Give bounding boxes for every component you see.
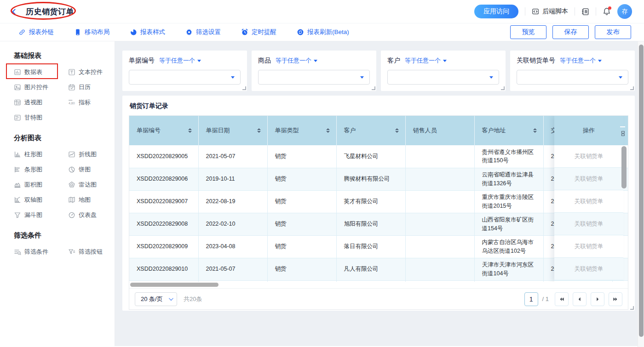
toolbar-item-2[interactable]: 报表样式 xyxy=(130,28,165,36)
page-number-input[interactable]: 1 xyxy=(524,292,538,306)
sidebar-item-label: 甘特图 xyxy=(24,114,42,122)
filter-operator-link[interactable]: 等于任意一个 xyxy=(560,57,602,65)
filter-value-select[interactable] xyxy=(129,70,241,85)
sidebar-item-metric[interactable]: 4,80指标 xyxy=(68,98,112,107)
sidebar-item-dual-axis[interactable]: 双轴图 xyxy=(14,195,68,204)
related-invoice-link[interactable]: 关联销货单 xyxy=(554,168,623,190)
sidebar-item-label: 雷达图 xyxy=(79,181,97,189)
column-header-1[interactable]: 单据日期 xyxy=(198,116,267,145)
related-invoice-link[interactable]: 关联销货单 xyxy=(554,145,623,168)
resize-handle[interactable] xyxy=(372,86,375,90)
table-widget-card[interactable]: 销货订单记录 单据编号单据日期单据类型客户销售人员客户地址交货日期 XSDD20… xyxy=(122,96,635,311)
app-access-button[interactable]: 应用访问 xyxy=(474,5,518,18)
sidebar-item-label: 漏斗图 xyxy=(24,211,42,219)
filter-widget-0[interactable]: 单据编号 等于任意一个 xyxy=(122,51,247,91)
toolbar-item-label: 报表外链 xyxy=(29,28,54,36)
sidebar-item-map[interactable]: 地图 xyxy=(68,195,112,204)
sidebar-item-line-chart[interactable]: 折线图 xyxy=(68,150,112,159)
publish-button[interactable]: 发布 xyxy=(595,25,631,39)
table-vertical-scrollbar[interactable] xyxy=(621,146,627,280)
sidebar-item-label: 筛选条件 xyxy=(24,248,48,256)
table-horizontal-scrollbar[interactable] xyxy=(129,282,628,288)
column-header-5[interactable]: 客户地址 xyxy=(474,116,543,145)
column-header-2[interactable]: 单据类型 xyxy=(267,116,336,145)
mobile-icon xyxy=(74,28,81,36)
filter-value-select[interactable] xyxy=(258,70,370,85)
sidebar-item-text[interactable]: 文本控件 xyxy=(68,68,112,76)
related-invoice-link[interactable]: 关联销货单 xyxy=(554,258,623,280)
sidebar-item-label: 条形图 xyxy=(24,165,42,174)
column-label: 客户地址 xyxy=(482,126,506,135)
sidebar-item-bar-chart[interactable]: 条形图 xyxy=(14,165,68,174)
sidebar-item-gantt[interactable]: 甘特图 xyxy=(14,113,68,122)
sidebar-item-image[interactable]: 图片控件 xyxy=(14,83,68,91)
sidebar-item-filter-button[interactable]: 筛选按钮 xyxy=(68,247,112,256)
filter-operator-link[interactable]: 等于任意一个 xyxy=(159,57,201,65)
table-row: XSDD202208290102021-05-07销货凡人有限公司天津市天津市河… xyxy=(129,258,628,280)
sidebar-item-table[interactable]: 数据表 xyxy=(14,68,68,76)
filter-widget-1[interactable]: 商品 等于任意一个 xyxy=(252,51,376,91)
sidebar-item-pivot[interactable]: 透视图 xyxy=(14,98,68,107)
next-page-button[interactable] xyxy=(591,292,604,306)
toolbar-item-5[interactable]: 报表刷新(Beta) xyxy=(297,28,349,36)
notification-bell-icon[interactable] xyxy=(603,7,611,16)
caret-down-icon xyxy=(360,76,364,79)
address-book-icon[interactable] xyxy=(581,8,589,16)
toolbar-item-3[interactable]: 筛选设置 xyxy=(185,28,221,36)
column-settings-icon[interactable] xyxy=(620,131,626,137)
related-invoice-link[interactable]: 关联销货单 xyxy=(554,190,623,213)
related-invoice-link[interactable]: 关联销货单 xyxy=(554,213,623,235)
filter-widget-2[interactable]: 客户 等于任意一个 xyxy=(381,51,506,91)
cell-type: 销货 xyxy=(267,213,336,235)
sort-icon[interactable] xyxy=(395,128,399,133)
toolbar-item-0[interactable]: 报表外链 xyxy=(18,28,54,36)
cell-salesperson xyxy=(405,258,474,280)
sidebar-item-area-chart[interactable]: 面积图 xyxy=(14,180,68,189)
user-avatar[interactable]: 存 xyxy=(617,4,632,19)
sidebar-item-gauge[interactable]: 仪表盘 xyxy=(68,210,112,219)
filter-value-select[interactable] xyxy=(517,70,628,85)
sidebar-item-pie-chart[interactable]: 饼图 xyxy=(68,165,112,174)
sidebar-item-funnel-chart[interactable]: 漏斗图 xyxy=(14,210,68,219)
save-button[interactable]: 保存 xyxy=(552,25,589,39)
filter-value-select[interactable] xyxy=(387,70,499,85)
cell-order_no: XSDD20220829006 xyxy=(129,168,198,190)
sidebar-item-filter-condition[interactable]: 筛选条件 xyxy=(14,247,68,256)
sort-icon[interactable] xyxy=(533,128,537,133)
resize-handle[interactable] xyxy=(501,86,505,90)
sort-icon[interactable] xyxy=(188,128,192,133)
sidebar-item-calendar[interactable]: 日历 xyxy=(68,83,112,91)
filter-operator-link[interactable]: 等于任意一个 xyxy=(405,57,447,65)
filter-operator-link[interactable]: 等于任意一个 xyxy=(276,57,317,65)
widget-sidebar: 基础报表数据表文本控件图片控件日历透视图4,80指标甘特图分析图表柱形图折线图条… xyxy=(0,41,115,346)
gear-icon xyxy=(185,28,193,36)
cell-customer: 腾骏材料有限公司 xyxy=(336,168,405,190)
sidebar-item-radar-chart[interactable]: 雷达图 xyxy=(68,180,112,189)
first-page-icon xyxy=(558,296,565,302)
prev-page-button[interactable] xyxy=(573,292,586,306)
filter-button-icon xyxy=(68,248,75,256)
resize-handle[interactable] xyxy=(630,86,634,90)
resize-handle[interactable] xyxy=(242,86,246,90)
toolbar-item-1[interactable]: 移动布局 xyxy=(74,28,109,36)
first-page-button[interactable] xyxy=(555,292,569,306)
link-icon xyxy=(18,28,26,36)
page-size-select[interactable]: 20 条/页 xyxy=(135,292,177,306)
sort-icon[interactable] xyxy=(257,128,261,133)
resize-handle[interactable] xyxy=(630,306,634,310)
back-button[interactable] xyxy=(9,7,18,16)
column-header-3[interactable]: 客户 xyxy=(336,116,405,145)
backend-script-button[interactable]: 后端脚本 xyxy=(532,7,568,16)
page-scrollbar[interactable] xyxy=(638,41,644,347)
sidebar-item-column-chart[interactable]: 柱形图 xyxy=(14,150,68,159)
filter-widget-3[interactable]: 关联销货单号 等于任意一个 xyxy=(510,51,635,91)
last-page-button[interactable] xyxy=(609,292,622,306)
total-count-label: 共20条 xyxy=(184,295,202,303)
toolbar-item-4[interactable]: 定时提醒 xyxy=(241,28,276,36)
sort-icon[interactable] xyxy=(326,128,330,133)
related-invoice-link[interactable]: 关联销货单 xyxy=(554,235,623,258)
column-label: 客户 xyxy=(344,126,356,135)
column-header-0[interactable]: 单据编号 xyxy=(129,116,198,145)
notification-dot xyxy=(608,6,611,10)
preview-button[interactable]: 预览 xyxy=(510,25,546,39)
